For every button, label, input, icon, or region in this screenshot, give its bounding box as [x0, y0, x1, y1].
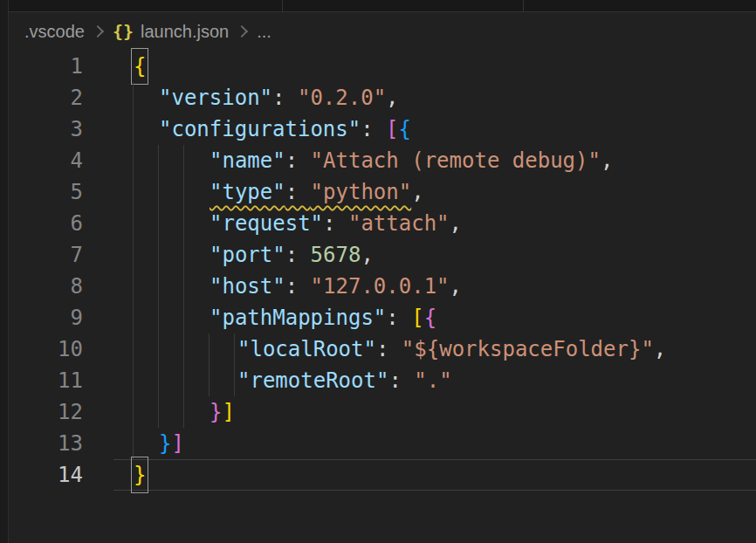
code-line-2[interactable]: 2"version": "0.2.0",: [9, 82, 756, 113]
indent-guide: [133, 176, 134, 208]
line-content: "remoteRoot": ".": [237, 365, 452, 396]
line-number[interactable]: 10: [9, 333, 83, 365]
code-token: :: [323, 211, 348, 236]
code-token: }: [159, 431, 171, 456]
line-number[interactable]: 8: [9, 271, 83, 302]
line-content: "request": "attach",: [210, 208, 462, 239]
code-token: "0.2.0": [298, 86, 386, 110]
code-token: ,: [386, 86, 398, 110]
line-content: "port": 5678,: [210, 239, 374, 271]
line-content: }: [134, 459, 146, 491]
line-number[interactable]: 3: [9, 113, 83, 145]
indent-guide: [234, 333, 235, 365]
breadcrumb-file[interactable]: launch.json: [141, 22, 229, 42]
code-token: :: [376, 337, 402, 361]
breadcrumb-symbol-overflow[interactable]: ...: [257, 22, 271, 42]
indent-guide: [133, 302, 134, 333]
code-editor[interactable]: 1{2"version": "0.2.0",3"configurations":…: [9, 51, 756, 543]
code-line-6[interactable]: 6"request": "attach",: [9, 208, 756, 239]
indent-guide: [158, 145, 159, 176]
code-token: "remoteRoot": [237, 368, 388, 393]
line-number[interactable]: 2: [9, 82, 83, 113]
indent-guide: [209, 365, 210, 396]
indent-guide: [209, 333, 210, 365]
line-number[interactable]: 4: [9, 145, 83, 176]
code-line-1[interactable]: 1{: [9, 51, 756, 82]
chevron-right-icon: [92, 25, 104, 38]
code-token: [: [386, 117, 398, 141]
indent-guide: [133, 396, 134, 428]
indent-guide: [158, 333, 159, 365]
indent-guide: [133, 113, 134, 145]
line-number[interactable]: 14: [9, 459, 83, 491]
code-token: "port": [210, 243, 285, 267]
indent-guide: [183, 333, 184, 365]
code-token: :: [285, 243, 311, 267]
json-file-icon: {}: [113, 21, 134, 42]
line-number[interactable]: 5: [9, 176, 83, 208]
code-line-14[interactable]: 14}: [9, 459, 756, 491]
code-token: ]: [171, 431, 183, 456]
breadcrumb-folder[interactable]: .vscode: [24, 22, 85, 42]
line-number[interactable]: 13: [9, 428, 83, 459]
line-content: "type": "python",: [210, 176, 424, 208]
code-line-7[interactable]: 7"port": 5678,: [9, 239, 756, 271]
code-token: :: [361, 117, 386, 141]
line-number[interactable]: 12: [9, 396, 83, 428]
code-token: ,: [450, 274, 462, 299]
indent-guide: [158, 176, 159, 208]
code-token: "attach": [348, 211, 450, 236]
code-token: ,: [601, 148, 613, 173]
indent-guide: [158, 302, 159, 333]
code-token: "host": [210, 274, 285, 299]
line-number[interactable]: 9: [9, 302, 83, 333]
indent-guide: [183, 365, 184, 396]
bracket-match: }: [134, 459, 146, 491]
indent-guide: [183, 208, 184, 239]
code-line-9[interactable]: 9"pathMappings": [{: [9, 302, 756, 333]
code-line-3[interactable]: 3"configurations": [{: [9, 113, 756, 145]
indent-guide: [158, 396, 159, 428]
line-content: }]: [159, 428, 184, 459]
chevron-right-icon: [236, 25, 248, 38]
code-token: "${workspaceFolder}": [402, 337, 654, 361]
code-token: ".": [414, 368, 451, 393]
line-number[interactable]: 7: [9, 239, 83, 271]
line-content: "host": "127.0.0.1",: [210, 271, 462, 302]
indent-guide: [158, 239, 159, 271]
code-token: :: [272, 86, 298, 110]
code-line-13[interactable]: 13}]: [9, 428, 756, 459]
line-content: "pathMappings": [{: [210, 302, 436, 333]
sidebar-edge-divider[interactable]: [0, 0, 9, 543]
breadcrumb: .vscode {} launch.json ...: [9, 12, 756, 51]
code-token: ,: [450, 211, 462, 236]
code-token: "python": [311, 180, 412, 204]
indent-guide: [158, 271, 159, 302]
warning-squiggle: "type": "python": [210, 180, 411, 204]
code-token: "pathMappings": [210, 306, 386, 330]
indent-guide: [183, 271, 184, 302]
code-token: 5678: [311, 243, 361, 267]
indent-guide: [133, 271, 134, 302]
line-number[interactable]: 11: [9, 365, 83, 396]
code-line-8[interactable]: 8"host": "127.0.0.1",: [9, 271, 756, 302]
indent-guide: [183, 176, 184, 208]
line-number[interactable]: 6: [9, 208, 83, 239]
code-line-11[interactable]: 11"remoteRoot": ".": [9, 365, 756, 396]
code-token: "Attach (remote debug)": [311, 148, 601, 173]
line-number[interactable]: 1: [9, 51, 83, 82]
code-token: "configurations": [159, 117, 361, 141]
code-line-4[interactable]: 4"name": "Attach (remote debug)",: [9, 145, 756, 176]
code-line-12[interactable]: 12}]: [9, 396, 756, 428]
code-line-5[interactable]: 5"type": "python",: [9, 176, 756, 208]
code-token: ,: [411, 180, 423, 204]
code-token: :: [388, 368, 414, 393]
code-token: {: [399, 117, 411, 141]
indent-guide: [133, 365, 134, 396]
code-token: "version": [159, 86, 272, 110]
indent-guide: [183, 239, 184, 271]
code-token: }: [210, 400, 222, 424]
tab-bar[interactable]: [0, 0, 756, 12]
code-line-10[interactable]: 10"localRoot": "${workspaceFolder}",: [9, 333, 756, 365]
line-content: "configurations": [{: [159, 113, 411, 145]
